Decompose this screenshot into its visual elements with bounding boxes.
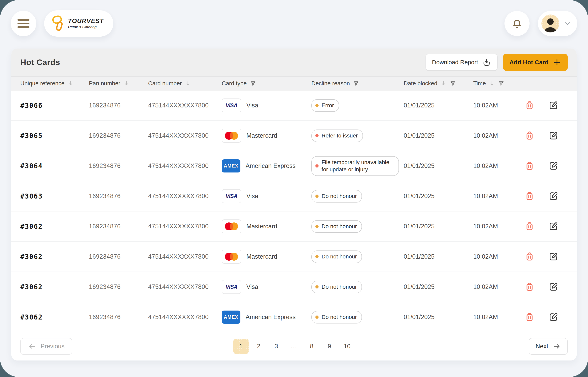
sort-icon[interactable] <box>489 80 495 86</box>
filter-icon[interactable] <box>250 80 256 87</box>
page-number-10[interactable]: 10 <box>339 339 355 354</box>
delete-row-button[interactable] <box>524 191 535 202</box>
notifications-button[interactable] <box>505 11 530 36</box>
cell-time: 10:02AM <box>473 162 524 169</box>
add-hot-card-button[interactable]: Add Hot Card <box>503 54 568 71</box>
sort-icon[interactable] <box>185 80 191 86</box>
amex-card-icon: AMEX <box>222 159 240 173</box>
column-label: Pan number <box>89 80 120 87</box>
cell-time: 10:02AM <box>473 102 524 109</box>
column-header-card-number: Card number <box>148 80 222 87</box>
brand-logo[interactable]: TOURVEST Retail & Catering <box>44 10 113 37</box>
mastercard-card-icon <box>222 250 241 264</box>
cell-card-type: Mastercard <box>222 129 311 143</box>
mastercard-overlap <box>230 253 233 260</box>
table-row: #3062169234876475144XXXXXX7800AMEXAmeric… <box>11 302 577 332</box>
filter-icon[interactable] <box>353 80 359 87</box>
download-report-label: Download Report <box>432 59 478 66</box>
edit-row-button[interactable] <box>548 221 559 232</box>
column-label: Date blocked <box>404 80 437 87</box>
delete-row-button[interactable] <box>524 160 535 172</box>
decline-reason-text: Error <box>322 102 334 109</box>
cell-card-number: 475144XXXXXX7800 <box>148 162 222 169</box>
edit-row-button[interactable] <box>548 251 559 262</box>
column-label: Time <box>473 80 486 87</box>
edit-row-button[interactable] <box>548 312 559 323</box>
cell-unique-reference: #3064 <box>20 162 89 170</box>
visa-card-icon: VISA <box>222 189 241 203</box>
table-row: #3063169234876475144XXXXXX7800VISAVisaDo… <box>11 181 577 212</box>
table-row: #3065169234876475144XXXXXX7800Mastercard… <box>11 121 577 151</box>
cell-pan-number: 169234876 <box>89 314 148 321</box>
cell-card-number: 475144XXXXXX7800 <box>148 132 222 139</box>
filter-icon[interactable] <box>450 80 456 87</box>
cell-unique-reference: #3065 <box>20 132 89 140</box>
cell-decline-reason: Do not honour <box>311 190 404 202</box>
cell-unique-reference: #3062 <box>20 283 89 291</box>
delete-row-button[interactable] <box>524 251 535 262</box>
cell-unique-reference: #3063 <box>20 192 89 200</box>
menu-button[interactable] <box>11 11 36 36</box>
edit-row-button[interactable] <box>548 281 559 293</box>
hamburger-icon <box>18 19 29 28</box>
download-report-button[interactable]: Download Report <box>426 54 497 71</box>
cell-pan-number: 169234876 <box>89 102 148 109</box>
column-label: Card number <box>148 80 182 87</box>
mastercard-overlap <box>230 132 233 139</box>
edit-row-button[interactable] <box>548 130 559 141</box>
cell-card-number: 475144XXXXXX7800 <box>148 102 222 109</box>
table-body: #3066169234876475144XXXXXX7800VISAVisaEr… <box>11 91 577 332</box>
cell-unique-reference: #3062 <box>20 313 89 321</box>
cell-pan-number: 169234876 <box>89 253 148 260</box>
visa-card-icon: VISA <box>222 280 241 294</box>
panel-header: Hot Cards Download Report Add Hot Card <box>11 48 577 77</box>
previous-page-button[interactable]: Previous <box>20 338 72 355</box>
column-header-decline-reason: Decline reason <box>311 80 404 87</box>
pagination-ellipsis: ... <box>286 339 302 354</box>
sort-icon[interactable] <box>124 80 129 86</box>
status-dot-salmon <box>315 134 319 137</box>
account-menu[interactable] <box>538 11 577 36</box>
delete-row-button[interactable] <box>524 100 535 111</box>
filter-icon[interactable] <box>498 80 505 87</box>
sort-icon[interactable] <box>68 80 74 86</box>
status-dot-amber <box>315 225 319 228</box>
cell-date-blocked: 01/01/2025 <box>404 283 473 290</box>
delete-row-button[interactable] <box>524 130 535 141</box>
status-dot-amber <box>315 255 319 258</box>
decline-reason-text: Do not honour <box>322 314 357 321</box>
hot-cards-panel: Hot Cards Download Report Add Hot Card U… <box>11 48 577 361</box>
next-page-button[interactable]: Next <box>529 338 568 355</box>
status-dot-amber <box>315 285 319 288</box>
decline-reason-badge: Do not honour <box>311 250 362 263</box>
edit-row-button[interactable] <box>548 100 559 111</box>
page-number-3[interactable]: 3 <box>269 339 284 354</box>
edit-row-button[interactable] <box>548 191 559 202</box>
cell-card-number: 475144XXXXXX7800 <box>148 223 222 230</box>
delete-row-button[interactable] <box>524 281 535 293</box>
delete-row-button[interactable] <box>524 312 535 323</box>
page-number-1[interactable]: 1 <box>233 339 249 354</box>
cell-decline-reason: Do not honour <box>311 250 404 263</box>
page-number-9[interactable]: 9 <box>322 339 337 354</box>
column-label: Decline reason <box>311 80 350 87</box>
decline-reason-text: Do not honour <box>322 253 357 260</box>
next-page-label: Next <box>535 343 548 350</box>
delete-row-button[interactable] <box>524 221 535 232</box>
cell-card-number: 475144XXXXXX7800 <box>148 253 222 260</box>
column-header-unique-reference: Unique reference <box>20 80 89 87</box>
sort-icon[interactable] <box>440 80 446 86</box>
page-number-8[interactable]: 8 <box>304 339 320 354</box>
status-dot-salmon <box>315 164 319 167</box>
top-bar: TOURVEST Retail & Catering <box>11 10 577 37</box>
table-row: #3062169234876475144XXXXXX7800Mastercard… <box>11 242 577 272</box>
column-header-time: Time <box>473 80 524 87</box>
cell-time: 10:02AM <box>473 223 524 230</box>
edit-row-button[interactable] <box>548 160 559 172</box>
card-type-label: American Express <box>246 162 296 169</box>
cell-time: 10:02AM <box>473 283 524 290</box>
cell-date-blocked: 01/01/2025 <box>404 132 473 139</box>
cell-time: 10:02AM <box>473 132 524 139</box>
page-number-2[interactable]: 2 <box>251 339 266 354</box>
table-row: #3064169234876475144XXXXXX7800AMEXAmeric… <box>11 151 577 181</box>
